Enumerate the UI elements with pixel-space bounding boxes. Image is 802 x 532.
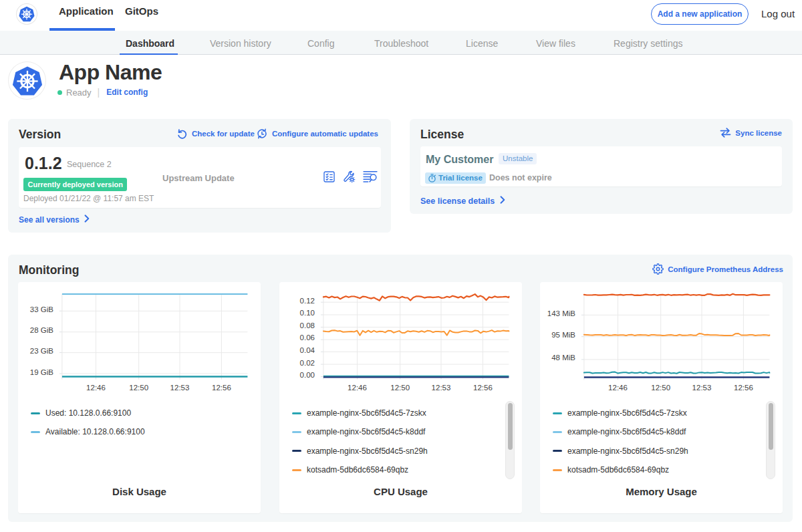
svg-text:12:46: 12:46	[608, 384, 628, 392]
svg-text:19 GiB: 19 GiB	[30, 368, 53, 376]
svg-text:0.04: 0.04	[300, 346, 315, 354]
svg-text:33 GiB: 33 GiB	[30, 305, 53, 313]
svg-text:23 GiB: 23 GiB	[30, 347, 53, 355]
svg-text:0.12: 0.12	[300, 297, 315, 305]
svg-text:12:56: 12:56	[734, 384, 753, 392]
svg-text:0.08: 0.08	[300, 321, 315, 329]
svg-text:48 MiB: 48 MiB	[551, 354, 575, 362]
svg-text:12:50: 12:50	[651, 384, 670, 392]
svg-text:95 MiB: 95 MiB	[551, 331, 575, 339]
svg-text:0.06: 0.06	[300, 334, 315, 342]
svg-text:12:46: 12:46	[86, 384, 106, 392]
svg-text:12:53: 12:53	[170, 384, 190, 392]
svg-text:0.02: 0.02	[300, 359, 315, 367]
svg-text:12:53: 12:53	[432, 384, 451, 392]
svg-text:28 GiB: 28 GiB	[30, 326, 53, 334]
svg-text:12:56: 12:56	[473, 384, 493, 392]
svg-text:143 MiB: 143 MiB	[547, 309, 576, 317]
svg-text:12:46: 12:46	[348, 384, 367, 392]
svg-text:12:53: 12:53	[692, 384, 712, 392]
svg-text:12:56: 12:56	[212, 384, 231, 392]
svg-text:12:50: 12:50	[390, 384, 410, 392]
svg-text:12:50: 12:50	[129, 384, 148, 392]
svg-text:0.00: 0.00	[300, 371, 315, 379]
svg-text:0.10: 0.10	[300, 309, 315, 317]
